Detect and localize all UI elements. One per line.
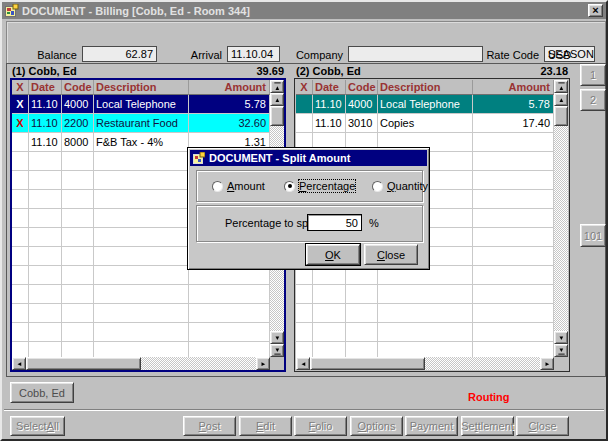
ok-button[interactable]: OK — [306, 244, 360, 265]
column-header-date[interactable]: Date — [29, 80, 62, 95]
hscroll-right-icon[interactable]: ► — [256, 357, 270, 370]
close-icon[interactable]: × — [588, 4, 603, 17]
table-row-selected[interactable]: X 11.10 4000 Local Telephone 5.78 — [12, 95, 270, 114]
table-row[interactable]: 11.10 3010 Copies 17.40 — [296, 114, 554, 133]
post-button[interactable]: Post — [183, 416, 236, 436]
cell-date[interactable]: 11.10 — [313, 114, 346, 133]
scroll-thumb[interactable] — [270, 106, 284, 126]
radio-amount-icon[interactable] — [212, 181, 223, 192]
hscroll-track[interactable] — [425, 357, 540, 370]
empty-cell — [12, 342, 29, 357]
hscroll-thumb[interactable] — [26, 357, 141, 370]
edit-button[interactable]: Edit — [239, 416, 292, 436]
table-row-selected[interactable]: 11.10 4000 Local Telephone 5.78 — [296, 95, 554, 114]
empty-cell — [94, 266, 189, 285]
hscroll-track[interactable] — [141, 357, 256, 370]
radio-amount[interactable]: Amount — [212, 180, 265, 192]
folio-window-1-button[interactable]: 1 — [580, 64, 606, 86]
split-amount-dialog: DOCUMENT - Split Amount Amount Percentag… — [187, 147, 430, 270]
folio-window-2-button[interactable]: 2 — [580, 89, 606, 111]
column-header-mark[interactable]: X — [296, 80, 313, 95]
column-header-code[interactable]: Code — [346, 80, 378, 95]
empty-cell — [94, 152, 189, 171]
cell-mark[interactable]: X — [12, 95, 29, 114]
hscroll-left-icon[interactable]: ◄ — [12, 357, 26, 370]
cell-mark[interactable] — [12, 133, 29, 152]
cell-mark[interactable]: X — [12, 114, 29, 133]
cell-description[interactable]: Local Telephone — [94, 95, 189, 114]
balance-field[interactable]: 62.87 — [82, 46, 157, 62]
cell-code[interactable]: 4000 — [62, 95, 94, 114]
dialog-title: DOCUMENT - Split Amount — [209, 152, 350, 164]
column-header-amount[interactable]: Amount — [473, 80, 554, 95]
cell-mark[interactable] — [296, 95, 313, 114]
hscroll-right-icon[interactable]: ► — [540, 357, 554, 370]
radio-percentage-icon[interactable] — [284, 181, 295, 192]
column-header-amount[interactable]: Amount — [189, 80, 270, 95]
cell-date[interactable]: 11.10 — [29, 133, 62, 152]
scroll-up-icon[interactable]: ▲ — [270, 93, 284, 106]
billing-window: DOCUMENT - Billing [Cobb, Ed - Room 344]… — [0, 0, 608, 441]
column-header-description[interactable]: Description — [94, 80, 189, 95]
percentage-input[interactable] — [307, 214, 362, 231]
cell-description[interactable]: Copies — [378, 114, 473, 133]
radio-percentage[interactable]: Percentage — [284, 180, 355, 192]
cell-amount[interactable]: 5.78 — [189, 95, 270, 114]
cell-date[interactable]: 11.10 — [29, 114, 62, 133]
scroll-first-icon[interactable]: ▲ — [554, 80, 568, 93]
folio-button[interactable]: Folio — [294, 416, 347, 436]
cell-code[interactable]: 4000 — [346, 95, 378, 114]
scroll-track[interactable] — [554, 126, 568, 331]
horizontal-scrollbar[interactable]: ◄ ► — [296, 357, 554, 370]
table-row-marked[interactable]: X 11.10 2200 Restaurant Food 32.60 — [12, 114, 270, 133]
scroll-first-icon[interactable]: ▲ — [270, 80, 284, 93]
radio-quantity[interactable]: Quantity — [372, 180, 428, 192]
empty-cell — [29, 247, 62, 266]
cell-description[interactable]: Restaurant Food — [94, 114, 189, 133]
cell-description[interactable]: Local Telephone — [378, 95, 473, 114]
cell-amount[interactable]: 17.40 — [473, 114, 554, 133]
room-101-button[interactable]: 101 — [580, 224, 606, 247]
folio-1-title: (1) Cobb, Ed — [12, 65, 77, 77]
table-empty-row — [296, 323, 554, 342]
column-header-code[interactable]: Code — [62, 80, 94, 95]
main-close-button[interactable]: Close — [516, 416, 569, 436]
empty-cell — [29, 171, 62, 190]
cell-date[interactable]: 11.10 — [313, 95, 346, 114]
column-header-date[interactable]: Date — [313, 80, 346, 95]
scroll-last-icon[interactable]: ▼ — [554, 344, 568, 357]
horizontal-scrollbar[interactable]: ◄ ► — [12, 357, 270, 370]
empty-cell — [62, 171, 94, 190]
empty-cell — [346, 304, 378, 323]
cell-amount[interactable]: 32.60 — [189, 114, 270, 133]
guest-tab-cobb-ed[interactable]: Cobb, Ed — [10, 382, 74, 403]
cell-amount[interactable]: 5.78 — [473, 95, 554, 114]
options-button[interactable]: Options — [350, 416, 403, 436]
select-all-button[interactable]: Select All — [10, 416, 65, 436]
cell-code[interactable]: 2200 — [62, 114, 94, 133]
cell-description[interactable]: F&B Tax - 4% — [94, 133, 189, 152]
dialog-close-button[interactable]: Close — [364, 244, 418, 265]
empty-cell — [473, 228, 554, 247]
empty-cell — [62, 285, 94, 304]
hscroll-thumb[interactable] — [310, 357, 425, 370]
company-field[interactable] — [348, 46, 483, 62]
scroll-down-icon[interactable]: ▼ — [554, 331, 568, 344]
scroll-thumb[interactable] — [554, 106, 568, 126]
radio-quantity-icon[interactable] — [372, 181, 383, 192]
settlement-button[interactable]: Settlement — [461, 416, 514, 436]
cell-mark[interactable] — [296, 114, 313, 133]
cell-date[interactable]: 11.10 — [29, 95, 62, 114]
cell-code[interactable]: 8000 — [62, 133, 94, 152]
scroll-last-icon[interactable]: ▼ — [270, 344, 284, 357]
column-header-mark[interactable]: X — [12, 80, 29, 95]
scroll-down-icon[interactable]: ▼ — [270, 331, 284, 344]
payment-button[interactable]: Payment — [405, 416, 458, 436]
scroll-up-icon[interactable]: ▲ — [554, 93, 568, 106]
cell-code[interactable]: 3010 — [346, 114, 378, 133]
column-header-description[interactable]: Description — [378, 80, 473, 95]
arrival-field[interactable]: 11.10.04 — [227, 46, 280, 62]
vertical-scrollbar[interactable]: ▲ ▲ ▼ ▼ — [554, 80, 568, 370]
empty-cell — [473, 209, 554, 228]
hscroll-left-icon[interactable]: ◄ — [296, 357, 310, 370]
